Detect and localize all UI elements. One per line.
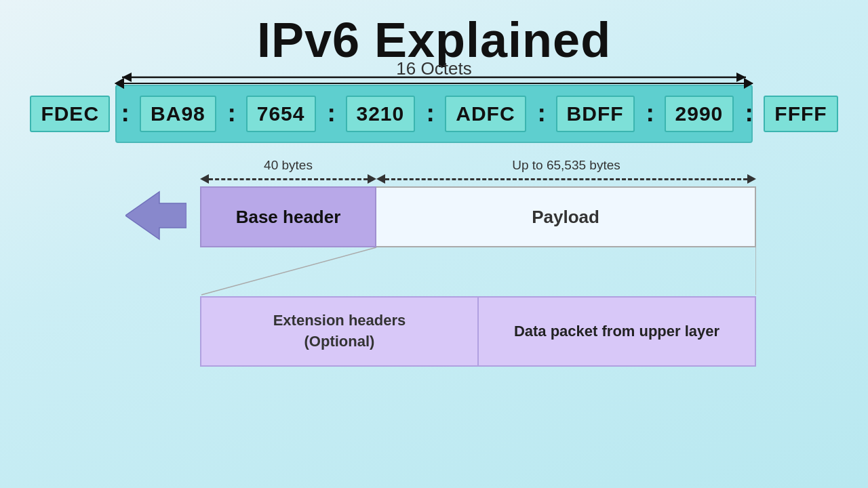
colon-3: ： — [417, 98, 443, 129]
ipv6-seg-5: BDFF — [556, 96, 635, 132]
ipv6-address-bar: FDEC ： BA98 ： 7654 ： 3210 ： ADFC ： BDFF … — [115, 85, 753, 143]
ipv6-seg-3: 3210 — [346, 96, 416, 132]
byte-labels-row: 40 bytes Up to 65,535 bytes — [200, 158, 756, 173]
base-header-box: Base header — [200, 186, 376, 247]
payload-label: Payload — [532, 207, 599, 228]
main-container: IPv6 Explained 16 Octets FDEC ： BA98 — [0, 0, 868, 488]
octets-arrow-shaft — [115, 83, 753, 84]
expansion-section: Extension headers(Optional) Data packet … — [200, 247, 756, 367]
colon-0: ： — [112, 98, 138, 129]
ipv6-seg-2: 7654 — [246, 96, 316, 132]
ipv6-seg-4: ADFC — [445, 96, 526, 132]
label-65535-bytes: Up to 65,535 bytes — [376, 158, 756, 173]
data-packet-label: Data packet from upper layer — [514, 323, 719, 340]
colon-6: ： — [736, 98, 762, 129]
dashed-line-40 — [209, 178, 368, 180]
svg-marker-3 — [125, 192, 186, 239]
colon-5: ： — [637, 98, 663, 129]
dashed-right-head-65 — [747, 174, 756, 184]
ipv6-seg-7: FFFF — [764, 96, 837, 132]
colon-1: ： — [218, 98, 244, 129]
dashed-arrows-row — [200, 174, 756, 184]
payload-box: Payload — [376, 186, 756, 247]
dashed-left-head-65 — [376, 174, 385, 184]
dashed-arrow-40 — [200, 174, 376, 184]
colon-2: ： — [318, 98, 344, 129]
packet-row: Base header Payload — [200, 186, 756, 247]
label-40-bytes: 40 bytes — [200, 158, 376, 173]
expansion-box: Extension headers(Optional) Data packet … — [200, 296, 756, 367]
svg-line-4 — [201, 247, 376, 295]
colon-4: ： — [528, 98, 554, 129]
ipv6-seg-0: FDEC — [30, 96, 110, 132]
extension-headers-label: Extension headers(Optional) — [273, 310, 406, 352]
extension-headers-box: Extension headers(Optional) — [201, 298, 479, 365]
big-arrow-svg — [125, 188, 186, 243]
dashed-left-head-40 — [200, 174, 209, 184]
dashed-line-65 — [385, 178, 747, 180]
ipv6-seg-6: 2990 — [665, 96, 734, 132]
packet-section: 40 bytes Up to 65,535 bytes — [129, 158, 780, 367]
dashed-arrow-65535 — [376, 174, 756, 184]
base-header-label: Base header — [236, 207, 341, 228]
ipv6-seg-1: BA98 — [140, 96, 216, 132]
dashed-right-head-40 — [368, 174, 376, 184]
big-left-arrow — [125, 188, 186, 245]
octets-arrow-line — [115, 83, 753, 84]
expansion-lines-svg — [200, 247, 756, 296]
octets-row — [115, 83, 753, 84]
octets-label: 16 Octets — [115, 58, 753, 79]
data-packet-box: Data packet from upper layer — [479, 298, 755, 365]
